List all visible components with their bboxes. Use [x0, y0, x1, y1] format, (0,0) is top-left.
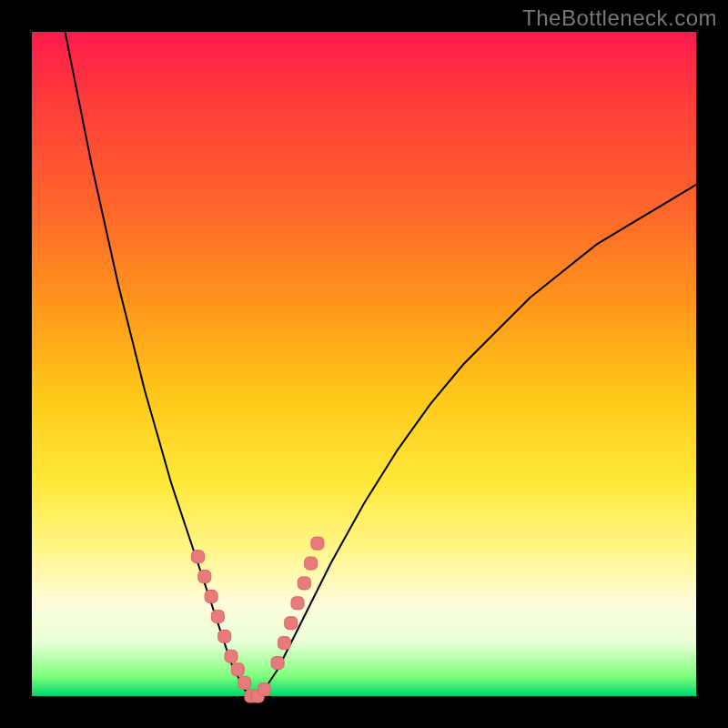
marker-point — [238, 676, 251, 689]
marker-point — [305, 557, 318, 570]
marker-point — [225, 650, 238, 662]
marker-point — [205, 591, 217, 603]
marker-point — [192, 551, 205, 563]
markers-group — [192, 537, 324, 703]
chart-frame: TheBottleneck.com — [0, 0, 728, 728]
marker-point — [231, 663, 244, 676]
marker-point — [198, 571, 211, 583]
marker-point — [278, 637, 290, 650]
marker-point — [291, 597, 304, 610]
marker-point — [258, 683, 271, 696]
marker-point — [211, 610, 224, 622]
watermark-text: TheBottleneck.com — [522, 5, 717, 31]
chart-svg — [32, 32, 696, 696]
marker-point — [285, 617, 298, 630]
plot-area — [32, 32, 696, 696]
marker-point — [298, 577, 310, 590]
bottleneck-curve — [66, 32, 697, 696]
marker-point — [218, 630, 231, 642]
marker-point — [271, 657, 284, 670]
marker-point — [311, 537, 324, 550]
